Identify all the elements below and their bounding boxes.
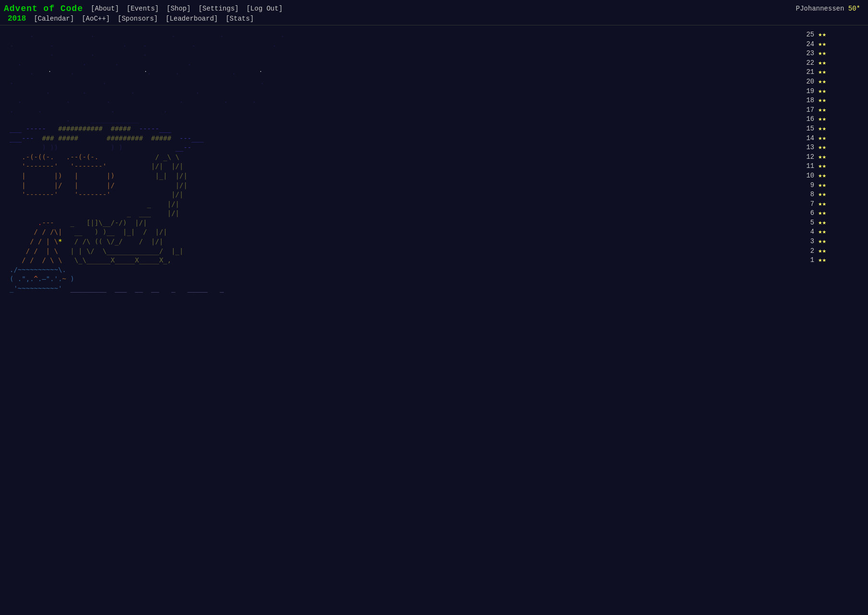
day-stars: ★★ <box>818 200 826 209</box>
day-number: 18 <box>801 96 814 106</box>
day-stars: ★★ <box>818 115 826 124</box>
day-stars: ★★ <box>818 106 826 115</box>
day-row[interactable]: 8★★ <box>801 190 868 200</box>
day-number: 21 <box>801 68 814 77</box>
day-row[interactable]: 7★★ <box>801 200 868 209</box>
day-row[interactable]: 23★★ <box>801 49 868 59</box>
day-number: 2 <box>801 247 814 256</box>
day-stars: ★★ <box>818 77 826 87</box>
nav-about[interactable]: [About] <box>91 5 119 12</box>
day-row[interactable]: 1★★ <box>801 256 868 265</box>
day-stars: ★★ <box>818 87 826 96</box>
day-stars: ★★ <box>818 162 826 171</box>
day-stars: ★★ <box>818 190 826 200</box>
nav-settings[interactable]: [Settings] <box>199 5 239 12</box>
day-row[interactable]: 6★★ <box>801 209 868 218</box>
site-header: Advent of Code [About] [Events] [Shop] [… <box>0 0 868 25</box>
day-stars: ★★ <box>818 96 826 106</box>
ascii-background: . . . . . . . . . . . . . . . . . <box>10 30 791 294</box>
nav-aocpp[interactable]: [AoC++] <box>82 15 110 23</box>
year-label[interactable]: 2018 <box>8 14 26 23</box>
star-decoration: · <box>48 69 51 75</box>
day-number: 1 <box>801 256 814 265</box>
day-stars: ★★ <box>818 171 826 181</box>
day-row[interactable]: 4★★ <box>801 227 868 237</box>
day-row[interactable]: 9★★ <box>801 181 868 190</box>
day-number: 8 <box>801 190 814 200</box>
day-number: 19 <box>801 87 814 96</box>
day-stars: ★★ <box>818 49 826 59</box>
day-stars: ★★ <box>818 181 826 190</box>
user-info: PJohannessen 50* <box>796 5 868 12</box>
day-number: 14 <box>801 134 814 143</box>
day-row[interactable]: 10★★ <box>801 171 868 181</box>
day-number: 13 <box>801 143 814 153</box>
day-stars: ★★ <box>818 124 826 134</box>
nav-events[interactable]: [Events] <box>127 5 159 12</box>
day-number: 25 <box>801 30 814 40</box>
day-stars: ★★ <box>818 256 826 265</box>
header-row1: Advent of Code [About] [Events] [Shop] [… <box>4 4 868 13</box>
day-row[interactable]: 15★★ <box>801 124 868 134</box>
day-stars: ★★ <box>818 237 826 247</box>
nav-sponsors[interactable]: [Sponsors] <box>117 15 158 23</box>
day-stars: ★★ <box>818 143 826 153</box>
day-number: 12 <box>801 153 814 162</box>
day-number: 16 <box>801 115 814 124</box>
day-stars: ★★ <box>818 247 826 256</box>
day-row[interactable]: 12★★ <box>801 153 868 162</box>
day-number: 15 <box>801 124 814 134</box>
day-number: 4 <box>801 227 814 237</box>
main-content: . . . . . . . . . . . . . . . . . <box>0 25 868 298</box>
nav-stats[interactable]: [Stats] <box>225 15 254 23</box>
day-stars: ★★ <box>818 68 826 77</box>
day-number: 6 <box>801 209 814 218</box>
day-row[interactable]: 11★★ <box>801 162 868 171</box>
day-stars: ★★ <box>818 59 826 68</box>
day-row[interactable]: 20★★ <box>801 77 868 87</box>
day-stars: ★★ <box>818 218 826 228</box>
site-title[interactable]: Advent of Code <box>4 4 83 13</box>
nav-logout[interactable]: [Log Out] <box>246 5 283 12</box>
day-number: 5 <box>801 218 814 228</box>
day-number: 7 <box>801 200 814 209</box>
day-row[interactable]: 25★★ <box>801 30 868 40</box>
day-stars: ★★ <box>818 40 826 49</box>
day-number: 24 <box>801 40 814 49</box>
day-row[interactable]: 5★★ <box>801 218 868 228</box>
user-stars: 50* <box>848 5 860 12</box>
header-row2: 2018 [Calendar] [AoC++] [Sponsors] [Lead… <box>4 14 868 23</box>
star-decoration2: · <box>144 69 147 75</box>
day-number: 3 <box>801 237 814 247</box>
day-row[interactable]: 24★★ <box>801 40 868 49</box>
calendar-ascii: . . . . . . . . . . . . . . . . . <box>10 30 791 294</box>
day-number: 23 <box>801 49 814 59</box>
day-number: 22 <box>801 59 814 68</box>
day-stars: ★★ <box>818 134 826 143</box>
day-stars: ★★ <box>818 153 826 162</box>
day-stars: ★★ <box>818 209 826 218</box>
day-stars: ★★ <box>818 227 826 237</box>
day-row[interactable]: 22★★ <box>801 59 868 68</box>
day-row[interactable]: 3★★ <box>801 237 868 247</box>
day-row[interactable]: 14★★ <box>801 134 868 143</box>
day-number: 17 <box>801 106 814 115</box>
day-row[interactable]: 21★★ <box>801 68 868 77</box>
nav-leaderboard[interactable]: [Leaderboard] <box>165 15 218 23</box>
username: PJohannessen <box>796 5 845 12</box>
day-list: 25★★24★★23★★22★★21★★20★★19★★18★★17★★16★★… <box>791 30 868 294</box>
day-row[interactable]: 18★★ <box>801 96 868 106</box>
nav-shop[interactable]: [Shop] <box>166 5 190 12</box>
day-number: 20 <box>801 77 814 87</box>
calendar-area: . . . . . . . . . . . . . . . . . <box>10 30 868 294</box>
day-row[interactable]: 17★★ <box>801 106 868 115</box>
day-row[interactable]: 16★★ <box>801 115 868 124</box>
day-row[interactable]: 13★★ <box>801 143 868 153</box>
day-number: 10 <box>801 171 814 181</box>
day-row[interactable]: 19★★ <box>801 87 868 96</box>
star-decoration3: · <box>259 69 262 75</box>
day-number: 11 <box>801 162 814 171</box>
day-number: 9 <box>801 181 814 190</box>
day-row[interactable]: 2★★ <box>801 247 868 256</box>
nav-calendar[interactable]: [Calendar] <box>34 15 74 23</box>
